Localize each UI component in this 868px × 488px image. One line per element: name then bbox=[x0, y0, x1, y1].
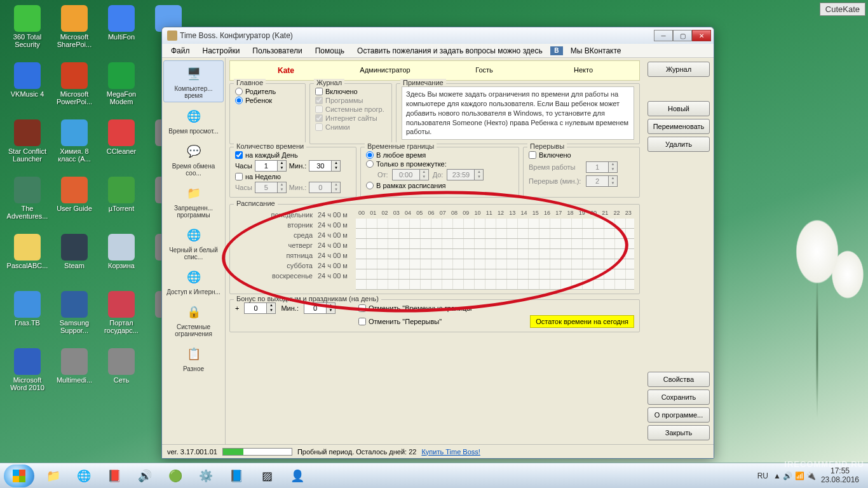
tb-app1[interactable]: 📕 bbox=[100, 464, 129, 487]
tray-icons[interactable]: ▲ 🔊 📶 🔌 bbox=[773, 471, 816, 480]
tb-sound[interactable]: 🔊 bbox=[130, 464, 159, 487]
desktop-icon[interactable]: Multimedi... bbox=[51, 347, 98, 402]
menu-settings[interactable]: Настройки bbox=[196, 45, 247, 57]
spin-bonus-h[interactable]: ▲▼ bbox=[244, 302, 276, 314]
desktop-icon[interactable]: The Adventures... bbox=[4, 175, 51, 230]
desktop-icon[interactable]: Сеть bbox=[98, 347, 145, 402]
rename-button[interactable]: Переименовать bbox=[648, 119, 710, 134]
tb-explorer[interactable]: 📁 bbox=[39, 464, 68, 487]
desktop-icon[interactable]: PascalABC... bbox=[4, 233, 51, 287]
check-cancel-breaks[interactable]: Отменить "Перерывы" bbox=[358, 318, 442, 325]
desktop-icon[interactable]: Microsoft Word 2010 bbox=[4, 347, 51, 402]
day-label: пятница bbox=[235, 250, 313, 261]
spin-day-min[interactable]: ▲▼ bbox=[309, 160, 341, 172]
menu-users[interactable]: Пользователи bbox=[246, 45, 308, 57]
maximize-button[interactable]: ▢ bbox=[673, 30, 692, 41]
new-button[interactable]: Новый bbox=[648, 101, 710, 116]
radio-child[interactable]: Ребенок bbox=[235, 97, 300, 104]
schedule-row[interactable] bbox=[356, 219, 634, 229]
spin-from: ▲▼ bbox=[392, 169, 429, 180]
properties-button[interactable]: Свойства bbox=[648, 372, 710, 387]
check-sysprogs[interactable]: Системные прогр. bbox=[315, 105, 386, 113]
nav-item[interactable]: 🌐Черный и белый спис... bbox=[163, 222, 224, 263]
check-per-week[interactable]: на Неделю bbox=[235, 173, 351, 180]
menu-help[interactable]: Помощь bbox=[309, 45, 351, 57]
tb-steam[interactable]: ⚙️ bbox=[191, 464, 220, 487]
check-screenshots[interactable]: Снимки bbox=[315, 123, 386, 131]
desktop-icon[interactable]: Steam bbox=[51, 233, 98, 287]
start-button[interactable] bbox=[4, 464, 34, 487]
check-internet[interactable]: Интернет сайты bbox=[315, 114, 386, 122]
spin-bonus-m[interactable]: ▲▼ bbox=[304, 302, 336, 314]
tb-utorrent[interactable]: 🟢 bbox=[161, 464, 190, 487]
user-admin[interactable]: Администратор bbox=[336, 66, 435, 75]
schedule-row[interactable] bbox=[356, 259, 634, 269]
desktop-icon[interactable]: MegaFon Modem bbox=[98, 61, 145, 116]
tb-yandex[interactable]: ▨ bbox=[252, 464, 281, 487]
check-journal-enabled[interactable]: Включено bbox=[315, 88, 386, 95]
desktop-icon[interactable]: Корзина bbox=[98, 233, 145, 287]
delete-button[interactable]: Удалить bbox=[648, 137, 710, 152]
tb-word[interactable]: 📘 bbox=[222, 464, 251, 487]
desktop-icon[interactable]: Химия. 8 класс (А... bbox=[51, 118, 98, 173]
close-app-button[interactable]: Закрыть bbox=[648, 425, 710, 440]
radio-schedule[interactable]: В рамках расписания bbox=[366, 182, 513, 189]
desktop-icon[interactable]: Microsoft SharePoi... bbox=[51, 4, 98, 58]
group-schedule: Расписание понедельниквторниксредачетвер… bbox=[229, 204, 640, 294]
desktop-icon[interactable]: 360 Total Security bbox=[4, 4, 51, 58]
desktop-icon[interactable]: Microsoft PowerPoi... bbox=[51, 61, 98, 116]
spin-week-hours: ▲▼ bbox=[255, 182, 287, 193]
desktop-icon[interactable]: Samsung Suppor... bbox=[51, 290, 98, 344]
tray-lang[interactable]: RU bbox=[757, 471, 768, 480]
desktop-icon[interactable]: µTorrent bbox=[98, 175, 145, 230]
schedule-row[interactable] bbox=[356, 280, 634, 290]
menu-file[interactable]: Файл bbox=[165, 45, 196, 57]
desktop-icon[interactable]: Star Conflict Launcher bbox=[4, 118, 51, 173]
journal-button[interactable]: Журнал bbox=[648, 62, 710, 77]
tb-timeboss[interactable]: 👤 bbox=[283, 464, 312, 487]
minimize-button[interactable]: ─ bbox=[654, 30, 673, 41]
schedule-row[interactable] bbox=[356, 269, 634, 280]
nav-item[interactable]: 📁Запрещенн... программы bbox=[163, 180, 224, 221]
radio-parent[interactable]: Родитель bbox=[235, 88, 300, 95]
menu-vk[interactable]: Мы ВКонтакте bbox=[564, 45, 628, 57]
titlebar[interactable]: Time Boss. Конфигуратор (Kate) ─ ▢ ✕ bbox=[162, 27, 714, 44]
desktop-icon[interactable]: MultiFon bbox=[98, 4, 145, 58]
day-label: четверг bbox=[235, 240, 313, 250]
nav-item[interactable]: 🔒Системные ограничения bbox=[163, 299, 224, 340]
buy-link[interactable]: Купить Time Boss! bbox=[421, 448, 480, 456]
nav-item[interactable]: 📋Разное bbox=[163, 341, 224, 375]
user-active[interactable]: Kate bbox=[278, 66, 294, 75]
user-guest[interactable]: Гость bbox=[435, 66, 534, 75]
desktop-icon[interactable]: VKMusic 4 bbox=[4, 61, 51, 116]
spin-day-hours[interactable]: ▲▼ bbox=[255, 160, 287, 172]
user-someone[interactable]: Некто bbox=[534, 66, 633, 75]
day-time: 24 ч 00 м bbox=[318, 210, 356, 220]
tray-date[interactable]: 23.08.2016 bbox=[821, 476, 859, 484]
about-button[interactable]: О программе... bbox=[648, 407, 710, 423]
remaining-time-button[interactable]: Остаток времени на сегодня bbox=[530, 315, 634, 328]
check-programs[interactable]: Программы bbox=[315, 97, 386, 104]
check-breaks-enabled[interactable]: Включено bbox=[529, 151, 634, 159]
check-per-day[interactable]: на каждый День bbox=[235, 151, 351, 159]
nav-item[interactable]: 💬Время обмена соо... bbox=[163, 139, 224, 179]
desktop-icon[interactable]: Портал государс... bbox=[98, 290, 145, 344]
check-cancel-bounds[interactable]: Отменить "Временные границы" bbox=[358, 304, 474, 312]
desktop-icon[interactable]: Глаз.ТВ bbox=[4, 290, 51, 344]
desktop-icon[interactable]: User Guide bbox=[51, 175, 98, 230]
desktop-icon[interactable]: CCleaner bbox=[98, 118, 145, 173]
radio-range[interactable]: Только в промежутке: bbox=[366, 160, 513, 168]
schedule-row[interactable] bbox=[356, 249, 634, 259]
radio-anytime[interactable]: В любое время bbox=[366, 151, 513, 159]
tb-ie[interactable]: 🌐 bbox=[69, 464, 98, 487]
schedule-row[interactable] bbox=[356, 239, 634, 249]
nav-item[interactable]: 🌐Время просмот... bbox=[163, 104, 224, 137]
menu-feedback[interactable]: Оставить пожелания и задать вопросы можн… bbox=[351, 45, 549, 57]
nav-item[interactable]: 🖥️Компьютер... время bbox=[163, 60, 224, 102]
save-button[interactable]: Сохранить bbox=[648, 390, 710, 405]
user-tabs[interactable]: Kate Администратор Гость Некто bbox=[229, 60, 640, 81]
nav-item[interactable]: 🌐Доступ к Интерн... bbox=[163, 264, 224, 298]
right-button-column: Журнал Новый Переименовать Удалить Свойс… bbox=[644, 58, 714, 444]
schedule-row[interactable] bbox=[356, 229, 634, 239]
close-button[interactable]: ✕ bbox=[692, 30, 711, 41]
